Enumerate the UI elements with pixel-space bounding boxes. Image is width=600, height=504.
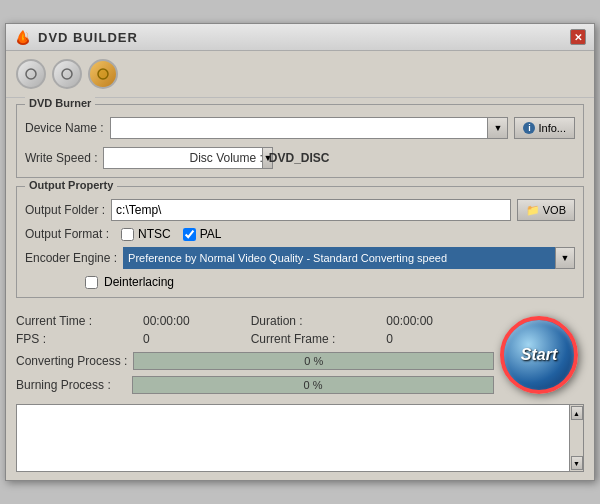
encoder-engine-label: Encoder Engine : xyxy=(25,251,117,265)
log-scrollbar: ▲ ▼ xyxy=(569,405,583,471)
output-property-group: Output Property Output Folder : 📁 VOB Ou… xyxy=(16,186,584,298)
svg-point-3 xyxy=(98,69,108,79)
output-folder-label: Output Folder : xyxy=(25,203,105,217)
device-name-combo: ▼ xyxy=(110,117,509,139)
device-name-arrow[interactable]: ▼ xyxy=(488,117,508,139)
svg-point-2 xyxy=(62,69,72,79)
device-name-input[interactable] xyxy=(110,117,489,139)
output-property-label: Output Property xyxy=(25,179,117,191)
disc-volume-value: DVD_DISC xyxy=(269,151,330,165)
converting-process-row: Converting Process : 0 % xyxy=(16,352,494,370)
circle-icon-3 xyxy=(97,68,109,80)
toolbar-btn-3[interactable] xyxy=(88,59,118,89)
toolbar xyxy=(6,51,594,98)
close-button[interactable]: ✕ xyxy=(570,29,586,45)
dvd-burner-group: DVD Burner Device Name : ▼ i Info... Wri… xyxy=(16,104,584,178)
current-time-value: 00:00:00 xyxy=(143,314,251,328)
converting-progress-text: 0 % xyxy=(304,355,323,367)
write-speed-combo: ▼ xyxy=(103,147,183,169)
log-content xyxy=(17,405,569,471)
start-button-label: Start xyxy=(521,346,557,364)
start-button-area: Start xyxy=(494,314,584,400)
converting-process-label: Converting Process : xyxy=(16,354,127,368)
pal-label: PAL xyxy=(200,227,222,241)
info-button-label: Info... xyxy=(538,122,566,134)
vob-button-label: VOB xyxy=(543,204,566,216)
scroll-down-button[interactable]: ▼ xyxy=(571,456,583,470)
toolbar-btn-1[interactable] xyxy=(16,59,46,89)
title-bar-left: DVD BUILDER xyxy=(14,28,138,46)
burning-process-label: Burning Process : xyxy=(16,378,126,392)
main-window: DVD BUILDER ✕ DVD Burner Device Name xyxy=(5,23,595,481)
write-speed-row: Write Speed : ▼ Disc Volume : DVD_DISC xyxy=(25,147,575,169)
log-area: ▲ ▼ xyxy=(16,404,584,472)
output-format-label: Output Format : xyxy=(25,227,109,241)
stats-start-area: Current Time : 00:00:00 Duration : 00:00… xyxy=(6,312,594,400)
info-icon: i xyxy=(523,122,535,134)
fps-label: FPS : xyxy=(16,332,143,346)
stats-grid: Current Time : 00:00:00 Duration : 00:00… xyxy=(16,314,494,346)
deinterlacing-label: Deinterlacing xyxy=(104,275,174,289)
disc-volume-label: Disc Volume : xyxy=(189,151,262,165)
ntsc-checkbox[interactable] xyxy=(121,228,134,241)
dvd-burner-label: DVD Burner xyxy=(25,97,95,109)
encoder-select: ▼ xyxy=(123,247,575,269)
deinterlacing-checkbox[interactable] xyxy=(85,276,98,289)
ntsc-label: NTSC xyxy=(138,227,171,241)
start-button[interactable]: Start xyxy=(500,316,578,394)
ntsc-checkbox-item: NTSC xyxy=(121,227,171,241)
duration-value: 00:00:00 xyxy=(386,314,494,328)
current-frame-label: Current Frame : xyxy=(251,332,387,346)
duration-label: Duration : xyxy=(251,314,387,328)
folder-icon: 📁 xyxy=(526,204,540,217)
converting-progress-bar: 0 % xyxy=(133,352,494,370)
scroll-up-button[interactable]: ▲ xyxy=(571,406,583,420)
content-area: DVD Burner Device Name : ▼ i Info... Wri… xyxy=(6,98,594,312)
circle-icon-1 xyxy=(25,68,37,80)
encoder-arrow[interactable]: ▼ xyxy=(555,247,575,269)
flame-icon xyxy=(14,28,32,46)
write-speed-label: Write Speed : xyxy=(25,151,97,165)
stats-left: Current Time : 00:00:00 Duration : 00:00… xyxy=(16,314,494,400)
pal-checkbox-item: PAL xyxy=(183,227,222,241)
circle-icon-2 xyxy=(61,68,73,80)
current-frame-value: 0 xyxy=(386,332,494,346)
output-format-row: Output Format : NTSC PAL xyxy=(25,227,575,241)
encoder-engine-input[interactable] xyxy=(123,247,555,269)
device-name-row: Device Name : ▼ i Info... xyxy=(25,117,575,139)
toolbar-btn-2[interactable] xyxy=(52,59,82,89)
fps-value: 0 xyxy=(143,332,251,346)
device-name-label: Device Name : xyxy=(25,121,104,135)
output-folder-row: Output Folder : 📁 VOB xyxy=(25,199,575,221)
title-bar: DVD BUILDER ✕ xyxy=(6,24,594,51)
current-time-label: Current Time : xyxy=(16,314,143,328)
vob-button[interactable]: 📁 VOB xyxy=(517,199,575,221)
encoder-engine-row: Encoder Engine : ▼ xyxy=(25,247,575,269)
burning-progress-bar: 0 % xyxy=(132,376,494,394)
deinterlacing-row: Deinterlacing xyxy=(25,275,575,289)
output-folder-input[interactable] xyxy=(111,199,511,221)
pal-checkbox[interactable] xyxy=(183,228,196,241)
burning-process-row: Burning Process : 0 % xyxy=(16,376,494,394)
svg-point-1 xyxy=(26,69,36,79)
burning-progress-text: 0 % xyxy=(304,379,323,391)
info-button[interactable]: i Info... xyxy=(514,117,575,139)
window-title: DVD BUILDER xyxy=(38,30,138,45)
